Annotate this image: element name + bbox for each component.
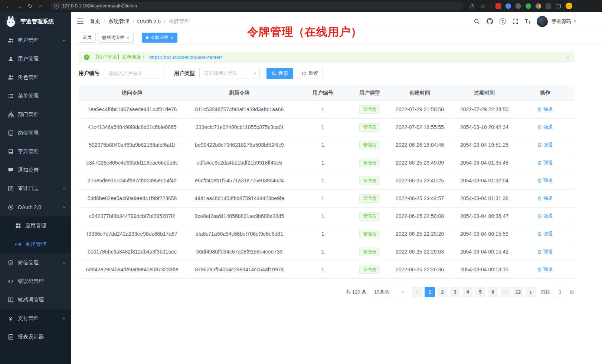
extension-icon[interactable] bbox=[506, 3, 511, 9]
table-row: 502375b8040a469a9b82188afdf6af1f be90422… bbox=[79, 136, 575, 154]
force-logout-button[interactable]: 强退 bbox=[537, 248, 553, 255]
sidebar-item-error-code[interactable]: 错误码管理 bbox=[0, 272, 71, 291]
user-menu-caret-icon[interactable]: ▾ bbox=[574, 19, 576, 24]
sidebar-item-sensitive-word[interactable]: 敏感词管理 bbox=[0, 291, 71, 309]
breadcrumb-home[interactable]: 首页 bbox=[90, 18, 100, 25]
sidebar-item-payment[interactable]: ¥ 支付管理 bbox=[0, 309, 71, 328]
address-bar[interactable]: i 127.0.0.1:1024/system/oauth2/token bbox=[50, 2, 463, 10]
sidebar-item-oauth-app[interactable]: 应用管理 bbox=[0, 216, 71, 235]
breadcrumb-oauth[interactable]: OAuth 2.0 bbox=[137, 19, 161, 24]
expire-time-value: 2054-03-04 19:51:25 bbox=[460, 142, 508, 148]
sidebar: 芋道管理系统 租户管理 用户管理 角色管理 菜单管理 部门管理 岗位管理 字典管… bbox=[0, 12, 71, 364]
table-row: 275e5de9151045fe87cbdc395e004f4d e6cfd40… bbox=[79, 172, 575, 189]
page-button[interactable]: 1 bbox=[425, 287, 435, 297]
force-logout-button[interactable]: 强退 bbox=[537, 195, 553, 202]
force-logout-button[interactable]: 强退 bbox=[537, 231, 553, 237]
sidebar-item-dict[interactable]: 字典管理 bbox=[0, 142, 71, 161]
sidebar-item-audit-log[interactable]: 审计日志 bbox=[0, 179, 71, 198]
sidebar-item-report-designer[interactable]: 报表设计器 bbox=[0, 328, 71, 346]
doc-link[interactable]: https://doc.iocoder.cn/user-center/ bbox=[149, 54, 222, 60]
goto-page-input[interactable] bbox=[553, 287, 567, 297]
table-row: f9336e7c7dd242a283ee98dc86b17a87 dfa6c71… bbox=[79, 225, 575, 243]
page-size-select[interactable]: 10条/页 ▾ bbox=[371, 287, 407, 297]
side-panel-icon[interactable] bbox=[556, 3, 561, 9]
fullscreen-icon[interactable] bbox=[512, 18, 518, 24]
force-logout-button[interactable]: 强退 bbox=[537, 106, 553, 113]
extension-icon[interactable] bbox=[516, 3, 521, 9]
extension-icon[interactable] bbox=[546, 3, 551, 9]
page-button[interactable]: 4 bbox=[462, 287, 473, 297]
created-time-value: 2022-07-02 18:55:55 bbox=[396, 124, 444, 130]
tab-token[interactable]: 令牌管理 × bbox=[142, 33, 178, 43]
force-logout-button[interactable]: 强退 bbox=[537, 159, 553, 166]
alert-close-icon[interactable]: × bbox=[566, 54, 569, 60]
access-token-value: c342377bf8b344799dcbf7bf095287f2 bbox=[89, 213, 175, 219]
force-logout-button[interactable]: 强退 bbox=[537, 213, 553, 219]
refresh-token-value: cdfc4ce9c2da4bb1bdf21b9918ff4be5 bbox=[197, 160, 282, 166]
page-button[interactable]: 5 bbox=[475, 287, 485, 297]
sidebar-item-oauth[interactable]: OAuth 2.0 bbox=[0, 198, 71, 216]
tab-sensitive-word[interactable]: 敏感词管理 × bbox=[98, 33, 134, 43]
bookmark-star-icon[interactable]: ☆ bbox=[480, 3, 486, 9]
user-icon bbox=[7, 56, 14, 62]
user-id-input[interactable] bbox=[104, 68, 164, 79]
user-id-value: 1 bbox=[321, 231, 324, 237]
site-info-icon[interactable]: i bbox=[54, 4, 59, 9]
next-page-button[interactable]: › bbox=[526, 287, 536, 297]
table-row: b0d1785bc3a8482f812db4a3f3bd15ec b0df498… bbox=[79, 243, 575, 261]
search-button[interactable]: 搜索 bbox=[266, 68, 293, 79]
back-icon[interactable]: ← bbox=[5, 3, 12, 9]
home-icon[interactable]: ⌂ bbox=[37, 3, 44, 9]
forward-icon[interactable]: → bbox=[16, 3, 23, 9]
force-logout-button[interactable]: 强退 bbox=[537, 124, 553, 130]
breadcrumb-system[interactable]: 系统管理 bbox=[108, 18, 129, 25]
prev-page-button[interactable]: ‹ bbox=[412, 287, 422, 297]
column-header: 过期时间 bbox=[453, 86, 516, 100]
share-icon[interactable] bbox=[470, 3, 475, 9]
user-type-select[interactable]: 请选择用户类型 ▾ bbox=[199, 68, 260, 79]
github-icon[interactable] bbox=[486, 18, 493, 25]
force-logout-button[interactable]: 强退 bbox=[537, 142, 553, 148]
refresh-token-value: 49d1aa46d1454fbd87591444423be9fa bbox=[194, 195, 284, 201]
extension-icon[interactable] bbox=[495, 3, 501, 9]
sidebar-item-post[interactable]: 岗位管理 bbox=[0, 124, 71, 142]
app-grid-icon bbox=[15, 223, 21, 229]
more-pages-button[interactable]: ··· bbox=[500, 287, 511, 297]
tab-home[interactable]: 首页 bbox=[79, 33, 96, 43]
font-size-icon[interactable]: TT bbox=[525, 19, 531, 24]
close-icon[interactable]: × bbox=[171, 35, 174, 40]
user-avatar[interactable] bbox=[537, 16, 548, 27]
app-title: 芋道管理系统 bbox=[20, 18, 54, 25]
close-icon[interactable]: × bbox=[127, 35, 130, 40]
book-icon bbox=[7, 149, 14, 155]
help-icon[interactable]: ? bbox=[500, 18, 506, 24]
extension-icon[interactable] bbox=[526, 3, 531, 9]
force-logout-button[interactable]: 强退 bbox=[537, 266, 553, 273]
sidebar-item-tenant[interactable]: 租户管理 bbox=[0, 31, 71, 50]
page-button[interactable]: 12 bbox=[513, 287, 523, 297]
page-button[interactable]: 6 bbox=[488, 287, 498, 297]
sidebar-item-menu[interactable]: 菜单管理 bbox=[0, 87, 71, 105]
sidebar-item-oauth-token[interactable]: 令牌管理 bbox=[0, 235, 71, 254]
reset-button[interactable]: 重置 bbox=[297, 68, 323, 79]
sidebar-item-user[interactable]: 用户管理 bbox=[0, 50, 71, 68]
refresh-token-value: 333ecfc71e02480cb11055c875c3ca0f bbox=[196, 124, 283, 130]
sidebar-toggle-icon[interactable] bbox=[77, 19, 84, 24]
expire-time-value: 2054-03-10 20:42:34 bbox=[460, 124, 508, 130]
reload-icon[interactable]: ↻ bbox=[27, 3, 33, 9]
sidebar-item-dept[interactable]: 部门管理 bbox=[0, 105, 71, 124]
sidebar-item-notice[interactable]: 通知公告 bbox=[0, 161, 71, 179]
page-button[interactable]: 2 bbox=[437, 287, 448, 297]
browser-profile-avatar[interactable]: ☺ bbox=[566, 3, 572, 9]
sidebar-item-role[interactable]: 角色管理 bbox=[0, 68, 71, 87]
breadcrumb-current: 令牌管理 bbox=[169, 18, 190, 25]
user-name[interactable]: 芋道源码 bbox=[552, 18, 571, 25]
access-token-value: 54d6be82ee5a460a9aedc1f9bf223656 bbox=[88, 195, 177, 201]
extension-icon[interactable] bbox=[536, 3, 541, 9]
force-logout-button[interactable]: 强退 bbox=[537, 177, 553, 184]
page-button[interactable]: 3 bbox=[450, 287, 460, 297]
doc-alert: ✓ 【用户体系】文档地址： https://doc.iocoder.cn/use… bbox=[79, 52, 575, 63]
user-type-badge: 管理员 bbox=[359, 105, 380, 114]
search-icon[interactable] bbox=[474, 18, 480, 24]
sidebar-item-sms[interactable]: 短信管理 bbox=[0, 254, 71, 272]
